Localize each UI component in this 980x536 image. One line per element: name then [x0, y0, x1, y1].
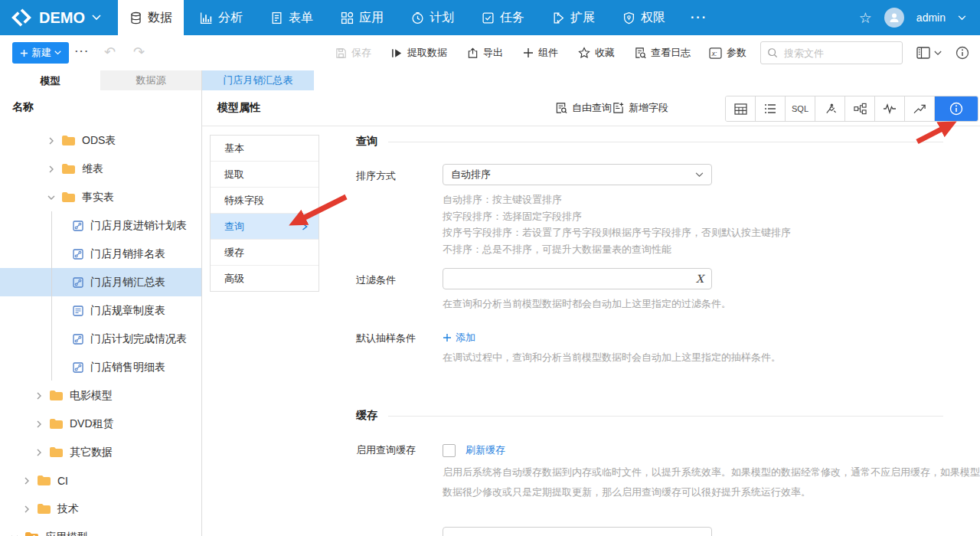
add-sampling-link[interactable]: 添加	[443, 331, 475, 345]
toolbar-more-button[interactable]: ···	[75, 45, 90, 57]
tree-item-ranking-table[interactable]: 门店月销排名表	[0, 240, 201, 268]
component-button[interactable]: 组件	[523, 46, 558, 60]
nav-tab-extensions[interactable]: 扩展	[541, 0, 606, 35]
export-button[interactable]: 导出	[467, 46, 503, 60]
new-button[interactable]: 新建	[12, 42, 69, 64]
chevron-right-icon[interactable]	[23, 477, 31, 485]
tree-item-dim[interactable]: 维表	[0, 155, 201, 183]
left-tree-panel: 名称 ODS表 维表 事实表	[0, 90, 201, 536]
nav-tab-analysis[interactable]: 分析	[188, 0, 254, 35]
database-icon	[129, 11, 142, 25]
chevron-right-icon[interactable]	[35, 449, 43, 456]
nav-tab-data[interactable]: 数据	[118, 0, 184, 35]
tree-item-movie-model[interactable]: 电影模型	[0, 381, 201, 410]
tree-item-tech[interactable]: 技术	[0, 495, 201, 523]
sort-mode-value: 自动排序	[451, 168, 491, 181]
nav-tab-tasks[interactable]: 任务	[470, 0, 536, 35]
tree-item-ods[interactable]: ODS表	[0, 126, 201, 155]
chevron-right-icon[interactable]	[35, 420, 43, 428]
refresh-cache-link[interactable]: 刷新缓存	[466, 443, 505, 457]
tree-guide-line	[51, 211, 52, 381]
sort-help-line: 按字段排序：选择固定字段排序	[443, 208, 791, 225]
sort-mode-label: 排序方式	[356, 169, 396, 183]
info-icon[interactable]	[956, 46, 969, 60]
formula-x-icon[interactable]: X	[696, 273, 704, 285]
free-query-button[interactable]: 自由查询	[555, 90, 612, 126]
tree-item-ci[interactable]: CI	[0, 466, 201, 495]
arrow-to-info-button	[917, 129, 942, 142]
params-button[interactable]: x: 参数	[709, 46, 746, 60]
chevron-right-icon[interactable]	[47, 137, 55, 145]
redo-icon[interactable]: ↷	[133, 44, 145, 60]
tree-item-completion-table[interactable]: 门店计划完成情况表	[0, 325, 201, 353]
sort-mode-select[interactable]: 自动排序	[443, 164, 712, 185]
chevron-right-icon[interactable]	[23, 505, 31, 513]
view-runner-button[interactable]	[815, 96, 845, 121]
view-log-button[interactable]: 查看日志	[635, 46, 691, 60]
view-table-button[interactable]	[726, 96, 756, 121]
user-chevron-down-icon[interactable]	[958, 15, 966, 21]
tree-item-label: ODS表	[82, 134, 116, 148]
menu-item-extract[interactable]: 提取	[211, 162, 318, 188]
favorite-star-icon[interactable]: ☆	[859, 11, 872, 25]
sampling-help: 在调试过程中，查询和分析当前模型数据时会自动加上这里指定的抽样条件。	[443, 349, 781, 366]
user-avatar[interactable]	[884, 8, 904, 28]
sort-mode-help: 自动排序：按主键设置排序 按字段排序：选择固定字段排序 按序号字段排序：若设置了…	[443, 191, 791, 257]
favorite-button[interactable]: 收藏	[578, 46, 615, 60]
plus-icon	[443, 333, 452, 342]
tab-datasource[interactable]: 数据源	[100, 70, 202, 90]
view-pulse-button[interactable]	[875, 96, 905, 121]
view-sql-button[interactable]: SQL	[786, 96, 815, 121]
undo-icon[interactable]: ↶	[104, 44, 116, 60]
tree-item-plan-table[interactable]: 门店月度进销计划表	[0, 211, 201, 240]
tree-item-other-data[interactable]: 其它数据	[0, 438, 201, 466]
tree-item-rules-table[interactable]: 门店规章制度表	[0, 296, 201, 325]
view-list-button[interactable]	[756, 96, 786, 121]
menu-item-cache[interactable]: 缓存	[211, 240, 318, 266]
view-nodes-button[interactable]	[845, 96, 875, 121]
save-button[interactable]: 保存	[335, 46, 371, 60]
tree-item-fact[interactable]: 事实表	[0, 183, 201, 211]
tree-item-label: 门店销售明细表	[90, 361, 165, 374]
username[interactable]: admin	[916, 11, 946, 24]
folder-icon	[61, 163, 76, 175]
tree-item-dvd-rental[interactable]: DVD租赁	[0, 410, 201, 438]
filter-condition-label: 过滤条件	[356, 273, 396, 287]
tree-item-detail-table[interactable]: 门店销售明细表	[0, 353, 201, 381]
nav-tab-apps[interactable]: 应用	[329, 0, 395, 35]
layout-switcher[interactable]	[916, 47, 942, 59]
tree-item-label: 门店月销排名表	[90, 247, 165, 261]
brand[interactable]: DEMO	[0, 7, 112, 28]
chevron-down-icon[interactable]	[11, 534, 18, 536]
menu-item-special-fields[interactable]: 特殊字段	[211, 188, 318, 214]
enable-cache-checkbox[interactable]	[443, 444, 456, 457]
nav-tab-permissions[interactable]: 权限	[611, 0, 677, 35]
search-input[interactable]	[782, 47, 877, 60]
extract-data-button[interactable]: 提取数据	[391, 46, 447, 60]
toolbar-right-group: x: 参数	[709, 35, 969, 70]
filter-condition-input[interactable]: X	[443, 268, 712, 289]
bar-chart-icon	[200, 11, 213, 25]
view-info-button-active[interactable]	[935, 96, 978, 121]
chevron-right-icon[interactable]	[35, 392, 43, 400]
nav-tab-plans[interactable]: 计划	[400, 0, 466, 35]
nav-tab-forms[interactable]: 表单	[259, 0, 325, 35]
cache-partial-input[interactable]	[443, 527, 712, 536]
svg-text:x:: x:	[711, 49, 717, 57]
document-tab[interactable]: 门店月销汇总表	[202, 70, 314, 90]
tab-model[interactable]: 模型	[0, 70, 101, 91]
tree-item-summary-table-selected[interactable]: 门店月销汇总表	[0, 268, 201, 296]
folder-icon	[61, 135, 76, 146]
select-chevron-down-icon	[695, 172, 704, 178]
menu-item-query-active[interactable]: 查询	[211, 214, 318, 240]
add-field-label: 新增字段	[629, 101, 668, 115]
view-trend-button[interactable]	[905, 96, 935, 121]
menu-item-advanced[interactable]: 高级	[211, 266, 318, 291]
add-field-icon	[612, 102, 624, 114]
nav-more-button[interactable]: ···	[681, 11, 717, 25]
chevron-right-icon[interactable]	[47, 165, 55, 173]
chevron-down-icon[interactable]	[47, 194, 55, 201]
menu-item-basic[interactable]: 基本	[211, 136, 318, 162]
tree-item-app-models[interactable]: 应用模型	[0, 523, 201, 536]
add-field-button[interactable]: 新增字段	[612, 90, 668, 126]
